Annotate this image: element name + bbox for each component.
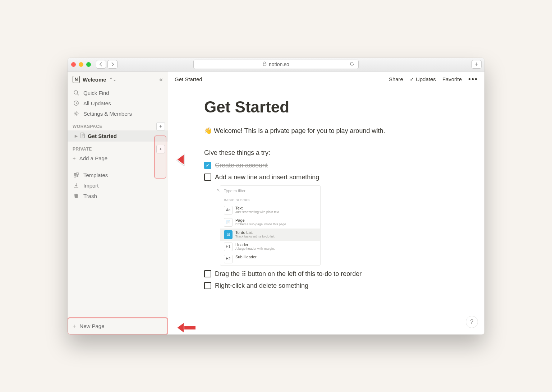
- close-window-button[interactable]: [71, 62, 76, 67]
- settings-members[interactable]: Settings & Members: [68, 109, 168, 119]
- welcome-text[interactable]: 👋 Welcome! This is a private page for yo…: [204, 127, 448, 135]
- checkbox[interactable]: [204, 270, 211, 277]
- checkbox-checked[interactable]: ✓: [204, 162, 211, 169]
- disclosure-triangle-icon[interactable]: ▶: [75, 134, 78, 138]
- url-text: notion.so: [269, 61, 289, 67]
- sidebar-page-get-started[interactable]: ▶ Get Started: [68, 130, 168, 142]
- svg-rect-7: [74, 175, 76, 177]
- try-heading: Give these things a try:: [204, 149, 448, 157]
- menu-section-label: BASIC BLOCKS: [220, 196, 320, 204]
- all-updates[interactable]: All Updates: [68, 98, 168, 109]
- new-page-label: New Page: [79, 323, 104, 329]
- minimize-window-button[interactable]: [79, 62, 83, 67]
- menu-item-header: H1 HeaderA large header with margin.: [220, 241, 320, 253]
- url-bar[interactable]: notion.so: [193, 60, 359, 69]
- chevron-updown-icon: ⌃⌄: [109, 77, 116, 82]
- trash-label: Trash: [83, 193, 97, 199]
- svg-point-4: [75, 113, 77, 115]
- add-a-page[interactable]: + Add a Page: [68, 153, 168, 163]
- svg-rect-6: [77, 173, 78, 175]
- workspace-section-header: WORKSPACE +: [68, 119, 168, 130]
- reload-icon[interactable]: [349, 61, 355, 68]
- updates-button[interactable]: ✓ Updates: [410, 76, 436, 83]
- sidebar: N Welcome ⌃⌄ « Quick Find All Updates: [68, 72, 168, 335]
- back-button[interactable]: [96, 60, 106, 69]
- menu-item-text: Aa TextJust start writing with plain tex…: [220, 204, 320, 216]
- plus-icon: +: [73, 323, 76, 329]
- checkbox[interactable]: [204, 282, 211, 289]
- workspace-switcher[interactable]: N Welcome ⌃⌄ «: [68, 72, 168, 88]
- lock-icon: [263, 61, 267, 67]
- todo-item-3[interactable]: Right-click and delete something: [204, 282, 448, 290]
- trash[interactable]: Trash: [68, 191, 168, 201]
- templates-label: Templates: [83, 172, 108, 178]
- favorite-button[interactable]: Favorite: [442, 76, 462, 82]
- menu-item-todo: ☑ To-do ListTrack tasks with a to-do lis…: [220, 229, 320, 241]
- topbar: Get Started Share ✓ Updates Favorite •••: [168, 72, 484, 87]
- private-section-header: PRIVATE +: [68, 142, 168, 153]
- svg-line-2: [77, 94, 79, 95]
- breadcrumb[interactable]: Get Started: [175, 76, 202, 82]
- annotation-highlight: [154, 135, 166, 179]
- browser-window: notion.so + N Welcome ⌃⌄ « Quick Find: [68, 58, 484, 335]
- page-content: Get Started 👋 Welcome! This is a private…: [168, 87, 484, 335]
- page-icon: [80, 133, 86, 139]
- add-workspace-page-button[interactable]: +: [156, 122, 165, 131]
- menu-item-page: 📄 PageEmbed a sub-page inside this page.: [220, 216, 320, 229]
- page-title[interactable]: Get Started: [204, 98, 448, 116]
- menu-search: ↖ Type to filter: [220, 186, 320, 196]
- plus-icon: +: [73, 155, 76, 161]
- settings-label: Settings & Members: [83, 111, 132, 117]
- share-button[interactable]: Share: [389, 76, 403, 82]
- collapse-sidebar-icon[interactable]: «: [159, 76, 163, 83]
- templates-icon: [73, 172, 80, 178]
- todo-item-0[interactable]: ✓ Create an account: [204, 162, 448, 169]
- svg-rect-9: [75, 194, 77, 194]
- trash-icon: [73, 193, 80, 199]
- todo-text: Drag the ⠿ button on the left of this to…: [215, 270, 362, 278]
- import[interactable]: Import: [68, 180, 168, 191]
- quick-find[interactable]: Quick Find: [68, 88, 168, 98]
- templates[interactable]: Templates: [68, 170, 168, 180]
- svg-rect-5: [74, 173, 76, 175]
- slash-menu-illustration: ↖ Type to filter BASIC BLOCKS Aa TextJus…: [220, 185, 321, 266]
- import-icon: [73, 183, 80, 188]
- svg-rect-0: [263, 63, 266, 66]
- wave-emoji-icon: 👋: [204, 127, 212, 134]
- new-page-button[interactable]: + New Page: [68, 318, 168, 335]
- forward-button[interactable]: [107, 60, 118, 69]
- todo-text: Add a new line and insert something: [215, 174, 319, 181]
- menu-item-subheader: H2 Sub Header: [220, 253, 320, 265]
- sidebar-page-label: Get Started: [88, 133, 117, 139]
- todo-text: Right-click and delete something: [215, 282, 308, 290]
- notion-logo-icon: N: [73, 76, 80, 83]
- window-controls: [71, 62, 91, 67]
- search-icon: [73, 90, 80, 96]
- svg-rect-8: [77, 175, 78, 177]
- maximize-window-button[interactable]: [86, 62, 91, 67]
- quick-find-label: Quick Find: [83, 90, 109, 96]
- add-page-label: Add a Page: [79, 155, 107, 161]
- svg-point-1: [74, 91, 78, 94]
- new-tab-button[interactable]: +: [472, 60, 482, 69]
- workspace-name: Welcome: [83, 77, 106, 83]
- gear-icon: [73, 111, 80, 116]
- import-label: Import: [83, 183, 99, 189]
- help-button[interactable]: ?: [466, 316, 478, 328]
- all-updates-label: All Updates: [83, 100, 111, 106]
- todo-item-2[interactable]: Drag the ⠿ button on the left of this to…: [204, 270, 448, 278]
- check-icon: ✓: [410, 76, 414, 83]
- titlebar: notion.so +: [68, 58, 484, 72]
- checkbox[interactable]: [204, 174, 211, 181]
- main-area: Get Started Share ✓ Updates Favorite •••…: [168, 72, 484, 335]
- todo-text: Create an account: [215, 162, 268, 169]
- clock-icon: [73, 100, 80, 106]
- more-menu-button[interactable]: •••: [468, 75, 478, 83]
- todo-item-1[interactable]: Add a new line and insert something: [204, 174, 448, 181]
